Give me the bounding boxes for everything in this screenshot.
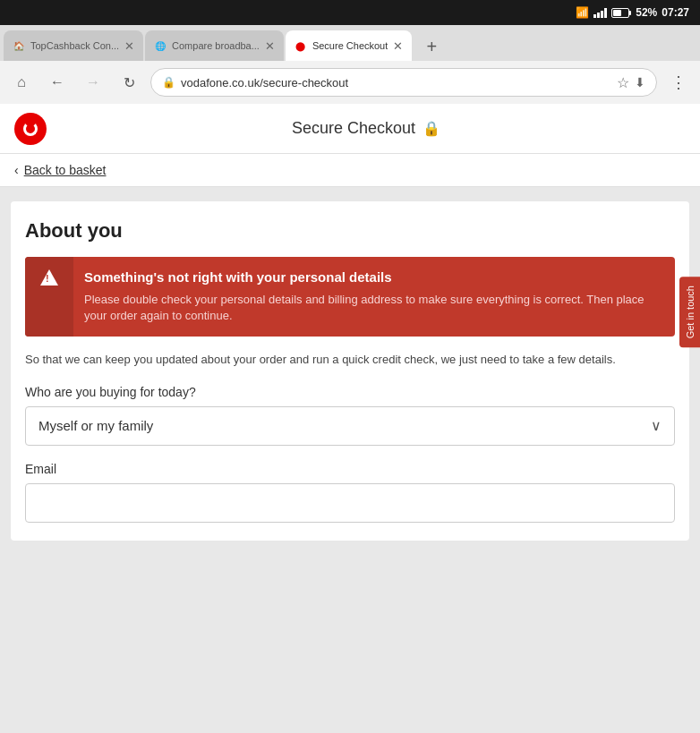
tab2-favicon: 🌐 bbox=[154, 39, 166, 52]
tab1-favicon: 🏠 bbox=[13, 39, 25, 52]
refresh-button[interactable]: ↻ bbox=[115, 68, 143, 97]
back-to-basket-link[interactable]: Back to basket bbox=[24, 163, 107, 177]
error-text-col: Something's not right with your personal… bbox=[73, 257, 675, 337]
vodafone-logo bbox=[14, 113, 47, 145]
tab1-close-icon[interactable]: ✕ bbox=[124, 39, 134, 53]
tab2-close-icon[interactable]: ✕ bbox=[265, 39, 275, 53]
warning-triangle-icon bbox=[40, 269, 58, 286]
tab3-favicon: ⬤ bbox=[295, 39, 307, 52]
home-button[interactable]: ⌂ bbox=[7, 68, 36, 97]
signal-icon bbox=[593, 7, 607, 18]
new-tab-button[interactable]: + bbox=[417, 32, 446, 61]
error-banner: Something's not right with your personal… bbox=[25, 257, 675, 337]
buying-for-label: Who are you buying for today? bbox=[25, 385, 675, 399]
vodafone-logo-inner bbox=[23, 122, 38, 136]
status-time: 07:27 bbox=[662, 6, 689, 19]
buying-for-value: Myself or my family bbox=[38, 418, 153, 433]
tab3-close-icon[interactable]: ✕ bbox=[393, 39, 403, 53]
tab1-label: TopCashback Con... bbox=[30, 40, 119, 51]
forward-button[interactable]: → bbox=[79, 68, 107, 97]
error-body: Please double check your personal detail… bbox=[84, 292, 664, 324]
back-button[interactable]: ← bbox=[43, 68, 72, 97]
browser-tab-2[interactable]: 🌐 Compare broadba... ✕ bbox=[145, 30, 284, 61]
outer-container: About you Something's not right with you… bbox=[0, 187, 700, 555]
address-bar-row: ⌂ ← → ↻ 🔒 vodafone.co.uk/secure-checkout… bbox=[0, 61, 700, 104]
wifi-icon: 📶 bbox=[576, 6, 589, 19]
tab-bar: 🏠 TopCashback Con... ✕ 🌐 Compare broadba… bbox=[0, 25, 700, 61]
header-title-area: Secure Checkout 🔒 bbox=[47, 119, 686, 138]
get-in-touch-tab[interactable]: Get in touch bbox=[679, 277, 700, 347]
info-text: So that we can keep you updated about yo… bbox=[25, 351, 675, 369]
main-area: About you Something's not right with you… bbox=[11, 201, 689, 541]
section-title: About you bbox=[25, 219, 675, 243]
error-title: Something's not right with your personal… bbox=[84, 269, 664, 285]
error-icon-col bbox=[25, 257, 73, 337]
url-text: vodafone.co.uk/secure-checkout bbox=[181, 76, 611, 89]
back-chevron-icon: ‹ bbox=[14, 163, 19, 177]
download-icon[interactable]: ⬇ bbox=[635, 75, 645, 89]
page-title: Secure Checkout bbox=[292, 119, 415, 138]
battery-percentage: 52% bbox=[636, 6, 657, 19]
tab3-label: Secure Checkout bbox=[312, 40, 388, 51]
battery-icon bbox=[611, 8, 631, 18]
tab2-label: Compare broadba... bbox=[172, 40, 260, 51]
page-content: Secure Checkout 🔒 ‹ Back to basket About… bbox=[0, 104, 700, 733]
email-label: Email bbox=[25, 462, 675, 476]
app-root: 📶 52% 07:27 🏠 TopCashback Con... ✕ bbox=[0, 0, 700, 733]
address-bar[interactable]: 🔒 vodafone.co.uk/secure-checkout ☆ ⬇ bbox=[150, 68, 657, 97]
lock-icon: 🔒 bbox=[162, 76, 175, 89]
header-lock-icon: 🔒 bbox=[423, 120, 440, 137]
star-icon[interactable]: ☆ bbox=[617, 74, 629, 91]
browser-tab-1[interactable]: 🏠 TopCashback Con... ✕ bbox=[4, 30, 143, 61]
status-bar: 📶 52% 07:27 bbox=[0, 0, 700, 25]
buying-for-select[interactable]: Myself or my family ∨ bbox=[25, 406, 675, 446]
vodafone-header: Secure Checkout 🔒 bbox=[0, 104, 700, 154]
back-link-row: ‹ Back to basket bbox=[0, 154, 700, 187]
email-input[interactable] bbox=[25, 483, 675, 523]
browser-menu-button[interactable]: ⋮ bbox=[664, 68, 693, 97]
select-chevron-icon: ∨ bbox=[651, 417, 662, 434]
browser-tab-3[interactable]: ⬤ Secure Checkout ✕ bbox=[286, 30, 412, 61]
